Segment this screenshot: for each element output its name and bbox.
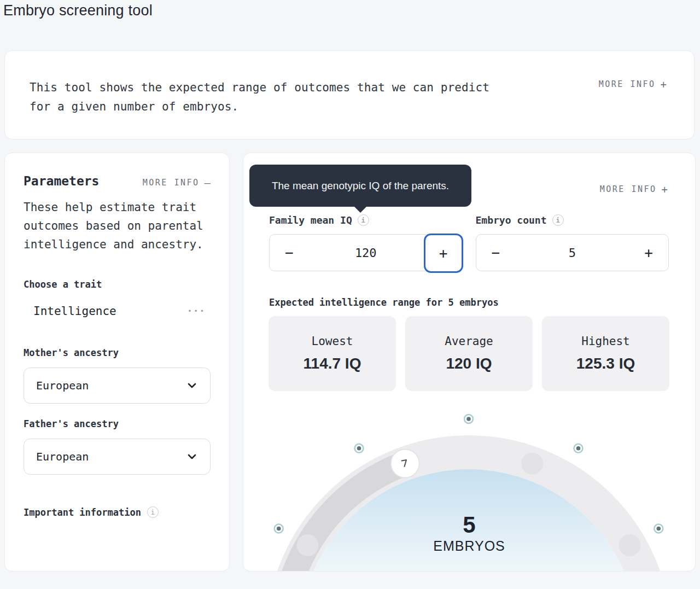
more-info-label: MORE INFO [143, 178, 200, 188]
gauge-blob [521, 453, 543, 475]
intro-more-info-button[interactable]: MORE INFO + [599, 78, 667, 90]
tooltip-text: The mean genotypic IQ of the parents. [272, 180, 449, 192]
info-icon[interactable]: i [358, 214, 369, 226]
more-info-label: MORE INFO [600, 184, 657, 194]
family-iq-decrement-button[interactable]: − [285, 235, 294, 271]
intro-card: This tool shows the expected range of ou… [4, 50, 695, 139]
plus-icon: + [661, 78, 667, 90]
parameters-title: Parameters [24, 174, 99, 188]
embryo-count-stepper: − 5 + [476, 234, 669, 271]
intro-text: This tool shows the expected range of ou… [30, 78, 511, 116]
family-iq-increment-button[interactable]: + [424, 234, 463, 273]
embryo-marker-dot [574, 444, 583, 453]
important-information-row: Important information i [24, 506, 211, 518]
stat-value: 114.7 IQ [304, 355, 361, 372]
stat-label: Lowest [312, 335, 353, 348]
embryo-count-label-row: Embryo count i [476, 214, 669, 226]
mother-ancestry-label: Mother's ancestry [24, 347, 211, 358]
family-iq-label-row: Family mean IQ i [269, 214, 463, 226]
embryo-marker-dot [464, 415, 473, 423]
parameters-more-info-button[interactable]: MORE INFO — [143, 177, 211, 189]
more-info-label: MORE INFO [599, 79, 656, 89]
stat-card-average: Average 120 IQ [405, 316, 533, 391]
parameters-description: These help estimate trait outcomes based… [24, 198, 211, 254]
page-title: Embryo screening tool [3, 2, 153, 19]
embryo-count-decrement-button[interactable]: − [492, 235, 500, 271]
plus-icon: + [662, 183, 668, 195]
gauge-embryo-unit: EMBRYOS [243, 538, 695, 554]
embryo-count-label: Embryo count [476, 214, 547, 226]
stat-value: 120 IQ [446, 355, 492, 372]
chevron-down-icon [186, 380, 198, 392]
parameters-panel: Parameters MORE INFO — These help estima… [4, 153, 230, 571]
embryo-marker-dot [355, 444, 364, 453]
mother-ancestry-value: European [36, 379, 89, 392]
embryo-count-increment-button[interactable]: + [644, 235, 653, 271]
info-icon[interactable]: i [552, 214, 564, 226]
embryo-count-value: 5 [569, 246, 576, 260]
selected-trait: Intelligence [33, 305, 116, 318]
father-ancestry-label: Father's ancestry [24, 418, 211, 429]
stats-row: Lowest 114.7 IQ Average 120 IQ Highest 1… [269, 316, 669, 391]
family-iq-label: Family mean IQ [269, 214, 352, 226]
gauge-knob-handle[interactable] [391, 450, 419, 478]
trait-row: Intelligence ••• [24, 305, 211, 318]
family-iq-stepper: − 120 + [269, 234, 463, 271]
family-iq-value: 120 [355, 246, 377, 260]
father-ancestry-value: European [36, 450, 89, 463]
stat-value: 125.3 IQ [576, 355, 635, 372]
trait-section-label: Choose a trait [24, 279, 211, 290]
important-information-label: Important information [24, 507, 141, 518]
mother-ancestry-select[interactable]: European [24, 368, 211, 404]
ellipsis-options-icon[interactable]: ••• [188, 307, 206, 315]
stat-card-lowest: Lowest 114.7 IQ [269, 316, 396, 391]
stat-label: Highest [581, 335, 630, 348]
gauge-center-text: 5 EMBRYOS [243, 512, 695, 554]
results-panel: The mean genotypic IQ of the parents. MO… [243, 153, 696, 571]
father-ancestry-select[interactable]: European [24, 439, 211, 475]
range-heading: Expected intelligence range for 5 embryo… [269, 297, 499, 308]
stat-label: Average [445, 335, 493, 348]
stat-card-highest: Highest 125.3 IQ [542, 316, 669, 391]
info-icon[interactable]: i [147, 506, 159, 518]
results-more-info-button[interactable]: MORE INFO + [600, 183, 668, 195]
chevron-down-icon [186, 451, 198, 463]
gauge-embryo-count: 5 [243, 512, 695, 538]
minus-icon: — [205, 177, 211, 189]
tooltip: The mean genotypic IQ of the parents. [249, 165, 471, 207]
